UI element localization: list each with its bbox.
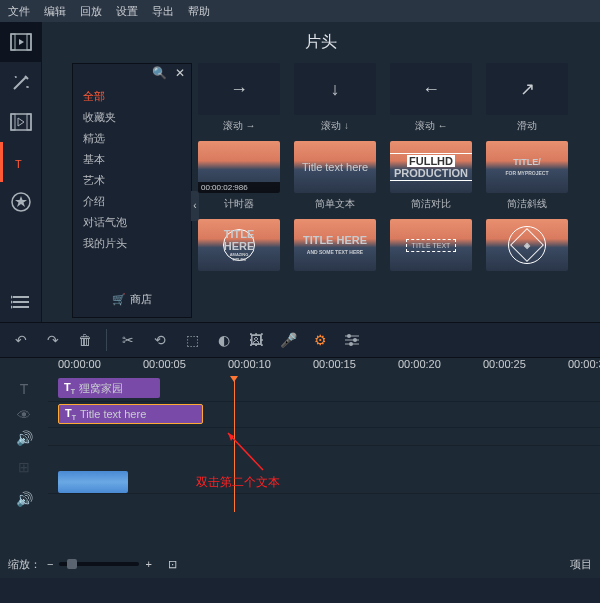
visibility-icon[interactable]: 👁 <box>0 402 48 428</box>
undo-button[interactable]: ↶ <box>6 326 36 354</box>
playhead[interactable] <box>234 376 235 512</box>
menu-help[interactable]: 帮助 <box>188 4 210 19</box>
tool-stickers[interactable] <box>0 182 42 222</box>
image-button[interactable]: 🖼 <box>241 326 271 354</box>
category-intro[interactable]: 介绍 <box>73 191 191 212</box>
rotate-button[interactable]: ⟲ <box>145 326 175 354</box>
zoom-in[interactable]: + <box>145 558 151 570</box>
svg-rect-3 <box>11 114 31 130</box>
timeline-toolbar: ↶ ↷ 🗑 ✂ ⟲ ⬚ ◐ 🖼 🎤 ⚙ <box>0 322 600 358</box>
menu-file[interactable]: 文件 <box>8 4 30 19</box>
category-basic[interactable]: 基本 <box>73 149 191 170</box>
close-icon[interactable]: ✕ <box>175 66 185 80</box>
category-featured[interactable]: 精选 <box>73 128 191 149</box>
zoom-bar: 缩放： − + ⊡ 项目 <box>8 554 592 574</box>
track-icons: T 👁 🔊 ⊞ 🔊 <box>0 376 48 512</box>
tile-scroll-left[interactable]: ←滚动 ← <box>390 63 472 133</box>
category-sidebar: 🔍 ✕ 全部 收藏夹 精选 基本 艺术 介绍 对话气泡 我的片头 🛒 商店 ‹ <box>72 63 192 318</box>
text-clip-2[interactable]: TTTitle text here <box>58 404 203 424</box>
tile-diamond[interactable]: ◈ <box>486 219 568 271</box>
adjust-button[interactable] <box>337 326 367 354</box>
spacer-track <box>48 428 600 446</box>
tool-sidebar: T <box>0 22 42 322</box>
tile-contrast[interactable]: FULLHD PRODUCTION简洁对比 <box>390 141 472 211</box>
menu-settings[interactable]: 设置 <box>116 4 138 19</box>
color-button[interactable]: ◐ <box>209 326 239 354</box>
tool-titles[interactable]: T <box>0 142 42 182</box>
zoom-slider[interactable] <box>59 562 139 566</box>
menu-playback[interactable]: 回放 <box>80 4 102 19</box>
svg-text:T: T <box>15 158 22 170</box>
settings-button[interactable]: ⚙ <box>305 326 335 354</box>
text-track-1[interactable]: TT狸窝家园 <box>48 376 600 402</box>
tile-slash[interactable]: TITLE/FOR MYPROJECT简洁斜线 <box>486 141 568 211</box>
zoom-out[interactable]: − <box>47 558 53 570</box>
tile-simple-text[interactable]: Title text here简单文本 <box>294 141 376 211</box>
tile-scroll-down[interactable]: ↓滚动 ↓ <box>294 63 376 133</box>
link-icon[interactable]: ⊞ <box>0 448 48 486</box>
cut-button[interactable]: ✂ <box>113 326 143 354</box>
titles-grid: →滚动 → ↓滚动 ↓ ←滚动 ← ↗滑动 00:00:02:986计时器 Ti… <box>192 59 600 322</box>
mic-button[interactable]: 🎤 <box>273 326 303 354</box>
category-all[interactable]: 全部 <box>73 86 191 107</box>
tile-circle-title[interactable]: TITLE HEREAMAZING TITLES <box>198 219 280 271</box>
tile-scroll-right[interactable]: →滚动 → <box>198 63 280 133</box>
category-art[interactable]: 艺术 <box>73 170 191 191</box>
fit-button[interactable]: ⊡ <box>168 558 177 571</box>
delete-button[interactable]: 🗑 <box>70 326 100 354</box>
text-track-icon[interactable]: T <box>0 376 48 402</box>
store-button[interactable]: 🛒 商店 <box>73 288 191 311</box>
tile-dashed[interactable]: TITLE TEXT <box>390 219 472 271</box>
svg-point-19 <box>349 342 353 346</box>
tile-title-sub[interactable]: TITLE HEREAND SOME TEXT HERE <box>294 219 376 271</box>
video-clip[interactable] <box>58 471 128 493</box>
svg-point-12 <box>11 301 13 304</box>
search-icon[interactable]: 🔍 <box>152 66 167 80</box>
menu-bar: 文件 编辑 回放 设置 导出 帮助 <box>0 0 600 22</box>
collapse-sidebar[interactable]: ‹ <box>191 191 199 221</box>
category-bubble[interactable]: 对话气泡 <box>73 212 191 233</box>
text-clip-1[interactable]: TT狸窝家园 <box>58 378 160 398</box>
redo-button[interactable]: ↷ <box>38 326 68 354</box>
menu-edit[interactable]: 编辑 <box>44 4 66 19</box>
tool-filters[interactable] <box>0 62 42 102</box>
timeline: 00:00:00 00:00:05 00:00:10 00:00:15 00:0… <box>0 358 600 578</box>
panel-title: 片头 <box>42 22 600 59</box>
crop-button[interactable]: ⬚ <box>177 326 207 354</box>
svg-point-13 <box>11 306 13 309</box>
audio2-icon[interactable]: 🔊 <box>0 486 48 512</box>
zoom-label: 缩放： <box>8 557 41 572</box>
category-my[interactable]: 我的片头 <box>73 233 191 254</box>
tool-media[interactable] <box>0 22 42 62</box>
tool-transitions[interactable] <box>0 102 42 142</box>
audio-icon[interactable]: 🔊 <box>0 428 48 448</box>
timeline-ruler[interactable]: 00:00:00 00:00:05 00:00:10 00:00:15 00:0… <box>48 358 600 376</box>
project-label[interactable]: 项目 <box>570 557 592 572</box>
svg-point-18 <box>353 338 357 342</box>
video-track[interactable] <box>48 446 600 494</box>
text-track-2[interactable]: TTTitle text here <box>48 402 600 428</box>
category-favorites[interactable]: 收藏夹 <box>73 107 191 128</box>
svg-point-17 <box>347 334 351 338</box>
tile-slide[interactable]: ↗滑动 <box>486 63 568 133</box>
tool-more[interactable] <box>0 282 42 322</box>
svg-point-11 <box>11 296 13 299</box>
menu-export[interactable]: 导出 <box>152 4 174 19</box>
tile-timer[interactable]: 00:00:02:986计时器 <box>198 141 280 211</box>
